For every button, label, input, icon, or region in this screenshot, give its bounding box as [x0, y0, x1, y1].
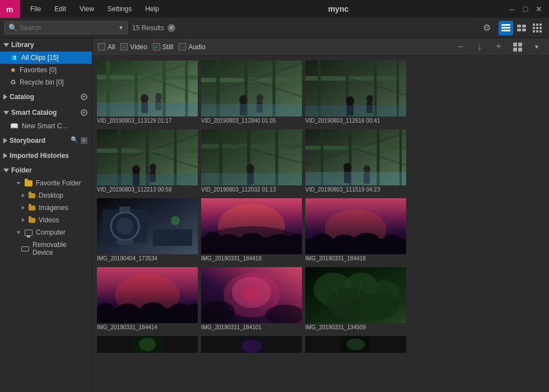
sidebar-item-recycle-bin[interactable]: ♻ Recycle bin [0]: [0, 76, 92, 88]
media-label-7: IMG_20190404_173534: [97, 254, 198, 263]
svg-point-115: [219, 234, 239, 245]
imported-histories-header[interactable]: Imported Histories: [0, 149, 92, 162]
view-filmstrip-button[interactable]: [514, 21, 529, 35]
filter-audio[interactable]: Audio: [179, 43, 206, 51]
sidebar-item-all-clips[interactable]: All Clips [15]: [0, 52, 92, 64]
media-grid[interactable]: VID_20190803_113129 01:17: [92, 56, 549, 392]
menu-settings[interactable]: Settings: [102, 3, 137, 15]
sidebar-item-computer[interactable]: Computer: [0, 226, 92, 239]
grid-layout-dropdown[interactable]: ▼: [530, 40, 543, 54]
desktop-folder-icon: [29, 193, 35, 198]
svg-point-125: [383, 235, 401, 246]
clear-results-button[interactable]: ✕: [168, 24, 175, 32]
media-row-4: IMG_20190331_184414: [97, 267, 545, 332]
smart-catalog-section: Smart Catalog + 📖 New Smart C...: [0, 105, 92, 132]
filter-audio-checkbox[interactable]: [179, 43, 186, 50]
filter-all-checkbox[interactable]: [98, 43, 105, 50]
all-clips-label: All Clips [15]: [21, 54, 59, 62]
search-input[interactable]: [20, 24, 116, 32]
storyboard-label: Storyboard: [10, 137, 45, 144]
media-item-9[interactable]: IMG_20190331_184418: [305, 198, 406, 263]
menu-view[interactable]: View: [74, 3, 100, 15]
view-grid-button[interactable]: [530, 21, 545, 35]
svg-point-122: [312, 234, 332, 246]
filter-still[interactable]: ✓ Still: [153, 43, 173, 51]
removable-device-label: Removable Device: [32, 241, 87, 256]
svg-rect-106: [119, 207, 131, 212]
thumb-12: [305, 267, 406, 323]
svg-text:+: +: [82, 94, 85, 100]
desktop-expand-icon: [22, 194, 25, 198]
svg-rect-27: [513, 43, 517, 46]
media-item-3[interactable]: VID_20190803_112616 00:41: [305, 60, 406, 125]
svg-rect-16: [536, 30, 538, 32]
search-box[interactable]: 🔍 ▼: [4, 21, 128, 34]
catalog-add-button[interactable]: +: [80, 92, 89, 101]
media-item-12[interactable]: IMG_20190331_134509: [305, 267, 406, 332]
close-button[interactable]: ✕: [534, 4, 543, 13]
svg-text:+: +: [82, 138, 85, 143]
menu-file[interactable]: File: [25, 3, 46, 15]
svg-rect-88: [201, 173, 302, 185]
sidebar-item-videos[interactable]: Videos: [0, 214, 92, 226]
media-item-10[interactable]: IMG_20190331_184414: [97, 267, 198, 332]
grid-layout-button[interactable]: [511, 40, 524, 54]
svg-rect-11: [539, 24, 542, 26]
sidebar-item-removable-device[interactable]: Removable Device: [0, 239, 92, 259]
media-item-15[interactable]: [305, 336, 406, 353]
maximize-button[interactable]: □: [521, 4, 530, 13]
view-list-button[interactable]: [499, 21, 513, 35]
thumb-4: [97, 129, 198, 185]
thumb-2: [201, 60, 302, 116]
media-label-8: IMG_20190331_184419: [201, 254, 302, 263]
sidebar-item-new-smart-catalog[interactable]: 📖 New Smart C...: [0, 120, 92, 132]
menu-edit[interactable]: Edit: [49, 3, 72, 15]
media-item-14[interactable]: [201, 336, 302, 353]
media-item-1[interactable]: VID_20190803_113129 01:17: [97, 60, 198, 125]
media-item-6[interactable]: VID_20190803_111519 04:23: [305, 129, 406, 194]
sidebar-item-desktop[interactable]: Desktop: [0, 189, 92, 202]
storyboard-header[interactable]: Storyboard 🔍 +: [0, 133, 92, 148]
svg-point-41: [155, 93, 162, 101]
svg-rect-109: [153, 229, 192, 246]
minimize-button[interactable]: –: [508, 4, 517, 13]
filter-minus-button[interactable]: −: [454, 40, 467, 54]
videos-expand-icon: [22, 218, 25, 222]
sidebar-item-imagenes[interactable]: Imágenes: [0, 202, 92, 214]
media-item-11[interactable]: IMG_20190331_184101: [201, 267, 302, 332]
storyboard-add-button[interactable]: +: [80, 136, 89, 145]
media-item-4[interactable]: VID_20190803_112213 00:58: [97, 129, 198, 194]
filter-video-checkbox[interactable]: ✓: [120, 43, 128, 50]
search-dropdown-icon[interactable]: ▼: [118, 25, 124, 31]
filter-still-checkbox[interactable]: ✓: [153, 43, 160, 50]
media-item-8[interactable]: IMG_20190331_184419: [201, 198, 302, 263]
filter-plus-button[interactable]: +: [492, 40, 505, 54]
menu-help[interactable]: Help: [139, 3, 165, 15]
folder-header[interactable]: Folder: [0, 164, 92, 177]
folder-expand-icon: [3, 169, 9, 172]
filter-video[interactable]: ✓ Video: [120, 43, 147, 51]
sidebar-item-favorites[interactable]: ★ Favorites [0]: [0, 64, 92, 76]
library-header[interactable]: Library: [0, 38, 92, 52]
storyboard-search-icon[interactable]: 🔍: [71, 136, 78, 145]
smart-catalog-header[interactable]: Smart Catalog +: [0, 105, 92, 120]
settings-button[interactable]: ⚙: [480, 21, 494, 35]
media-item-2[interactable]: VID_20190803_112840 01:05: [201, 60, 302, 125]
svg-rect-7: [517, 29, 521, 31]
filter-down-button[interactable]: ↓: [473, 40, 486, 54]
filter-all[interactable]: All: [98, 43, 115, 51]
media-row-5: [97, 336, 545, 353]
catalog-header[interactable]: Catalog +: [0, 90, 92, 104]
svg-rect-14: [539, 27, 542, 29]
smart-catalog-add-button[interactable]: +: [80, 108, 89, 117]
media-label-4: VID_20190803_112213 00:58: [97, 185, 198, 194]
filter-bar: All ✓ Video ✓ Still Audio − ↓ +: [92, 38, 549, 56]
folder-label: Folder: [11, 166, 32, 174]
library-section: Library All Clips [15] ★ Favorites [0] ♻…: [0, 38, 92, 88]
sidebar-item-favorite-folder[interactable]: Favorite Folder: [0, 177, 92, 189]
favorite-folder-label: Favorite Folder: [36, 179, 81, 187]
imported-histories-expand-icon: [3, 153, 7, 158]
media-item-7[interactable]: IMG_20190404_173534: [97, 198, 198, 263]
media-item-5[interactable]: VID_20190803_112032 01:13: [201, 129, 302, 194]
media-item-13[interactable]: [97, 336, 198, 353]
